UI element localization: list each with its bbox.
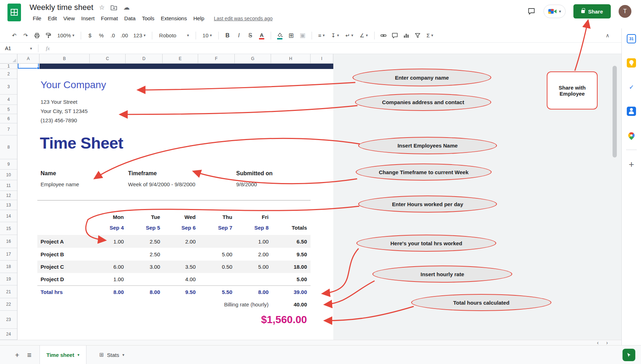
print-button[interactable] <box>32 30 42 41</box>
column-header-D[interactable]: D <box>126 54 163 64</box>
submitted-value-cell[interactable]: 9/8/2000 <box>236 181 257 187</box>
cloud-status-icon[interactable]: ☁ <box>123 4 129 11</box>
company-name-cell[interactable]: Your Company <box>41 79 106 91</box>
hours-cell[interactable]: 3.50 <box>164 261 196 273</box>
fill-handle[interactable] <box>37 67 39 69</box>
row-total-cell[interactable]: 9.50 <box>275 248 307 261</box>
column-header-A[interactable]: A <box>17 54 39 64</box>
scroll-left-icon[interactable]: ‹ <box>597 340 599 345</box>
hours-cell[interactable]: 3.00 <box>128 261 160 273</box>
row-header-11[interactable]: 11 <box>0 180 17 191</box>
menu-data[interactable]: Data <box>121 14 139 22</box>
hours-cell[interactable]: 5.00 <box>200 248 232 261</box>
day-header-cell[interactable]: Thu <box>200 212 232 221</box>
text-color-button[interactable]: A <box>257 30 267 41</box>
vertical-scrollbar[interactable] <box>613 64 617 340</box>
decrease-decimals-button[interactable]: .0 <box>108 30 118 41</box>
menu-view[interactable]: View <box>60 14 78 22</box>
menu-insert[interactable]: Insert <box>78 14 98 22</box>
row-header-13[interactable]: 13 <box>0 200 17 210</box>
tab-stats[interactable]: ⊞ Stats ▾ <box>94 352 129 358</box>
row-total-cell[interactable]: 5.00 <box>275 273 307 285</box>
hours-cell[interactable]: 1.00 <box>237 235 269 248</box>
insert-link-button[interactable] <box>378 30 388 41</box>
column-header-B[interactable]: B <box>39 54 90 64</box>
row-header-23[interactable]: 23 <box>0 311 17 329</box>
sheet-title-cell[interactable]: Time Sheet <box>40 134 123 152</box>
hours-cell[interactable] <box>92 248 124 261</box>
document-title[interactable]: Weekly time sheet <box>30 3 93 12</box>
total-hours-cell[interactable]: 5.50 <box>200 286 232 298</box>
text-wrap-button[interactable]: ↵ ▾ <box>343 30 356 41</box>
sheet-canvas[interactable]: Your Company 123 Your Street Your City, … <box>17 64 333 340</box>
row-header-1[interactable]: 1 <box>0 64 17 69</box>
text-rotation-button[interactable]: ∠ ▾ <box>357 30 370 41</box>
hours-cell[interactable]: 2.00 <box>237 248 269 261</box>
undo-button[interactable]: ↶ <box>9 30 19 41</box>
select-all-corner[interactable] <box>0 54 17 64</box>
address-line-1[interactable]: 123 Your Street <box>41 97 88 107</box>
row-header-15[interactable]: 15 <box>0 222 17 235</box>
row-header-24[interactable]: 24 <box>0 329 17 340</box>
all-sheets-button[interactable]: ≡ <box>27 351 31 359</box>
row-header-18[interactable]: 18 <box>0 261 17 273</box>
submitted-label-cell[interactable]: Submitted on <box>236 170 272 177</box>
total-hours-cell[interactable]: 8.00 <box>237 286 269 298</box>
move-to-folder-icon[interactable] <box>110 4 117 11</box>
date-header-cell[interactable]: Sep 4 <box>92 222 124 233</box>
horizontal-scrollbar[interactable]: ‹ › <box>0 340 621 345</box>
total-amount-cell[interactable]: $1,560.00 <box>208 311 307 328</box>
company-phone[interactable]: (123) 456-7890 <box>41 116 88 125</box>
day-header-cell[interactable]: Wed <box>164 212 196 221</box>
column-header-H[interactable]: H <box>271 54 311 64</box>
hours-cell[interactable]: 1.00 <box>92 235 124 248</box>
column-header-G[interactable]: G <box>235 54 271 64</box>
fill-color-button[interactable] <box>275 30 285 41</box>
keep-icon[interactable] <box>626 58 636 68</box>
menu-tools[interactable]: Tools <box>139 14 158 22</box>
tab-time-sheet[interactable]: Time sheet ▾ <box>39 346 87 364</box>
row-header-12[interactable]: 12 <box>0 191 17 200</box>
horizontal-align-button[interactable]: ≡ ▾ <box>316 30 327 41</box>
hours-cell[interactable]: 5.00 <box>237 261 269 273</box>
total-hours-cell[interactable]: 9.50 <box>164 286 196 298</box>
row-header-10[interactable]: 10 <box>0 170 17 180</box>
avatar[interactable]: T <box>619 5 631 18</box>
hours-cell[interactable]: 2.00 <box>164 235 196 248</box>
meet-button[interactable]: ▾ <box>544 5 566 18</box>
calendar-icon[interactable]: 31 <box>626 34 636 44</box>
date-header-cell[interactable]: Sep 5 <box>128 222 160 233</box>
column-header-E[interactable]: E <box>163 54 198 64</box>
hours-cell[interactable] <box>128 273 160 285</box>
pointer-tool-button[interactable] <box>623 349 635 361</box>
timeframe-value-cell[interactable]: Week of 9/4/2000 - 9/8/2000 <box>128 181 195 187</box>
date-header-cell[interactable]: Sep 8 <box>237 222 269 233</box>
timeframe-label-cell[interactable]: Timeframe <box>128 170 157 177</box>
row-header-14[interactable]: 14 <box>0 210 17 222</box>
hours-cell[interactable]: 2.50 <box>128 235 160 248</box>
menu-edit[interactable]: Edit <box>44 14 60 22</box>
font-family-select[interactable]: Roboto ▾ <box>156 30 192 41</box>
grand-total-hours-cell[interactable]: 39.00 <box>275 286 307 298</box>
hours-cell[interactable]: 6.00 <box>92 261 124 273</box>
last-edit-link[interactable]: Last edit was seconds ago <box>214 16 272 21</box>
row-header-8[interactable]: 8 <box>0 135 17 159</box>
row-total-cell[interactable]: 18.00 <box>275 261 307 273</box>
hours-cell[interactable]: 0.50 <box>200 261 232 273</box>
day-header-cell[interactable]: Tue <box>128 212 160 221</box>
project-label-cell[interactable]: Project C <box>41 261 64 273</box>
name-label-cell[interactable]: Name <box>41 170 56 177</box>
scroll-right-icon[interactable]: › <box>606 340 608 345</box>
strikethrough-button[interactable]: S <box>245 30 255 41</box>
billing-rate-label-cell[interactable]: Billing rate (hourly) <box>162 298 269 311</box>
row-total-cell[interactable]: 6.50 <box>275 235 307 248</box>
company-address-cells[interactable]: 123 Your Street Your City, ST 12345 (123… <box>41 97 88 125</box>
maps-icon[interactable] <box>626 130 636 140</box>
paint-format-button[interactable] <box>43 30 53 41</box>
zoom-select[interactable]: 100% ▾ <box>55 30 77 41</box>
totals-header-cell[interactable]: Totals <box>275 222 307 233</box>
row-header-19[interactable]: 19 <box>0 273 17 285</box>
day-header-cell[interactable]: Mon <box>92 212 124 221</box>
template-header-band[interactable] <box>39 64 333 69</box>
share-button[interactable]: Share <box>573 4 611 18</box>
